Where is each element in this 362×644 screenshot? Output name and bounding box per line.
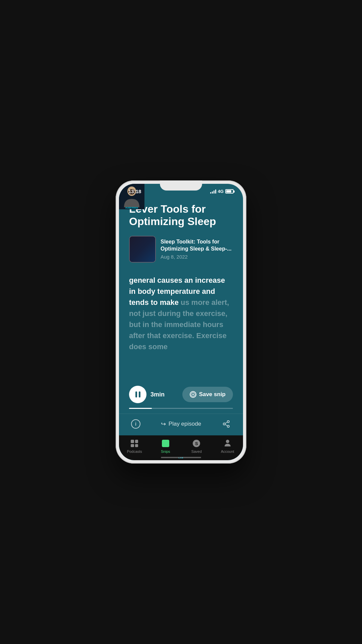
transcript-text: general causes an increase in body tempe… — [129, 275, 233, 352]
nav-label-saved: Saved — [191, 449, 202, 453]
play-duration: 3min — [150, 391, 165, 398]
saved-icon: S — [192, 439, 201, 448]
play-episode-button[interactable]: ↪ Play episode — [161, 420, 201, 428]
network-type: 4G — [218, 189, 224, 194]
info-icon: i — [131, 419, 140, 429]
home-indicator — [161, 457, 201, 458]
signal-bars-icon — [210, 190, 216, 194]
podcast-info: HUBERMAN LAB Sleep Toolkit: Tools for Op… — [129, 236, 233, 263]
nav-item-podcasts[interactable]: Podcasts — [123, 439, 146, 453]
notch — [160, 180, 202, 191]
nav-label-snips: Snips — [161, 449, 170, 453]
bottom-nav: Podcasts Snips S Saved — [119, 435, 243, 460]
nav-label-account: Account — [221, 449, 234, 453]
episode-title: Lever Tools for Optimizing Sleep — [129, 203, 233, 228]
podcast-date: Aug 8, 2022 — [161, 254, 233, 260]
play-episode-label: Play episode — [169, 421, 201, 427]
nav-label-podcasts: Podcasts — [127, 449, 142, 453]
action-bar: i ↪ Play episode — [119, 414, 243, 435]
progress-bar-fill — [129, 408, 152, 409]
account-icon — [223, 439, 232, 448]
podcast-thumbnail: HUBERMAN LAB — [129, 236, 156, 263]
podcast-name: Sleep Toolkit: Tools for Optimizing Slee… — [161, 238, 233, 253]
snips-icon — [161, 439, 170, 448]
player-section: 3min Save snip — [119, 380, 243, 414]
status-icons: 4G — [210, 189, 234, 194]
save-snip-icon — [190, 391, 196, 398]
podcasts-icon — [130, 439, 139, 448]
pause-button[interactable] — [129, 386, 146, 403]
save-snip-label: Save snip — [199, 391, 226, 398]
nav-item-snips[interactable]: Snips — [154, 439, 177, 453]
progress-bar-container[interactable] — [129, 408, 233, 409]
phone-shell: 13:18 4G Lever Tools for Optimizing Slee… — [116, 180, 246, 464]
nav-item-account[interactable]: Account — [216, 439, 239, 453]
info-button[interactable]: i — [129, 417, 142, 431]
nav-item-saved[interactable]: S Saved — [185, 439, 208, 453]
status-time: 13:18 — [128, 189, 141, 194]
share-button[interactable] — [220, 417, 233, 431]
phone-screen: 13:18 4G Lever Tools for Optimizing Slee… — [119, 184, 243, 460]
player-controls: 3min Save snip — [129, 386, 233, 403]
podcast-details: Sleep Toolkit: Tools for Optimizing Slee… — [161, 238, 233, 260]
battery-icon — [225, 189, 234, 194]
play-episode-icon: ↪ — [161, 420, 166, 428]
play-pause-area: 3min — [129, 386, 165, 403]
save-snip-button[interactable]: Save snip — [182, 387, 233, 402]
main-content: Lever Tools for Optimizing Sleep HUBERMA… — [119, 196, 243, 380]
share-icon — [222, 420, 230, 428]
pause-icon — [135, 391, 140, 397]
